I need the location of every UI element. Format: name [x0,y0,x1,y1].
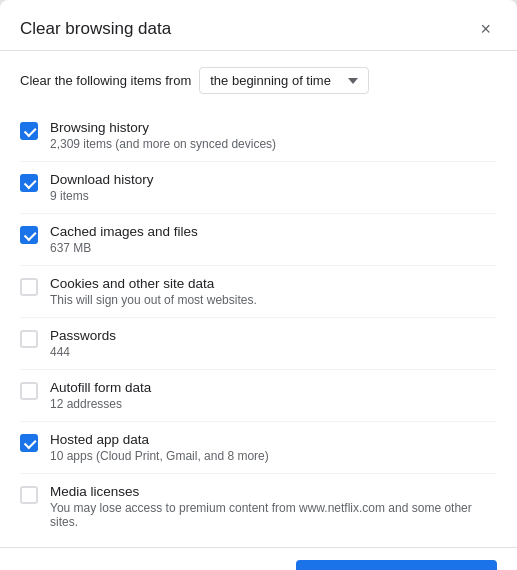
checkbox-visual-autofill[interactable] [20,382,38,400]
item-sub: 10 apps (Cloud Print, Gmail, and 8 more) [50,449,269,463]
checkbox-visual-cookies[interactable] [20,278,38,296]
list-item: Hosted app data10 apps (Cloud Print, Gma… [20,422,497,474]
item-sub: This will sign you out of most websites. [50,293,257,307]
checkbox-media-licenses[interactable] [20,486,38,504]
item-title: Media licenses [50,484,497,499]
list-item: Autofill form data12 addresses [20,370,497,422]
checkbox-visual-browsing-history[interactable] [20,122,38,140]
list-item: Cookies and other site dataThis will sig… [20,266,497,318]
list-item: Media licensesYou may lose access to pre… [20,474,497,539]
item-title: Download history [50,172,154,187]
item-title: Hosted app data [50,432,269,447]
items-list: Browsing history2,309 items (and more on… [20,110,497,539]
checkbox-visual-media-licenses[interactable] [20,486,38,504]
item-title: Cached images and files [50,224,198,239]
dialog-header: Clear browsing data × [0,0,517,51]
list-item: Passwords444 [20,318,497,370]
clear-browsing-data-dialog: Clear browsing data × Clear the followin… [0,0,517,570]
checkbox-browsing-history[interactable] [20,122,38,140]
item-title: Cookies and other site data [50,276,257,291]
checkbox-download-history[interactable] [20,174,38,192]
list-item: Cached images and files637 MB [20,214,497,266]
list-item: Browsing history2,309 items (and more on… [20,110,497,162]
clear-browsing-data-button[interactable]: CLEAR BROWSING DATA [296,560,497,570]
time-range-row: Clear the following items from the begin… [20,67,497,94]
item-sub: 637 MB [50,241,198,255]
dialog-body: Clear the following items from the begin… [0,51,517,547]
checkbox-hosted-app-data[interactable] [20,434,38,452]
time-range-select[interactable]: the beginning of timethe past hourthe pa… [199,67,369,94]
item-title: Passwords [50,328,116,343]
checkbox-visual-hosted-app-data[interactable] [20,434,38,452]
checkbox-cached-images[interactable] [20,226,38,244]
item-sub: 444 [50,345,116,359]
close-button[interactable]: × [474,18,497,40]
checkbox-visual-download-history[interactable] [20,174,38,192]
dialog-footer: CANCEL CLEAR BROWSING DATA [0,547,517,570]
checkbox-cookies[interactable] [20,278,38,296]
item-sub: You may lose access to premium content f… [50,501,497,529]
item-sub: 9 items [50,189,154,203]
checkbox-autofill[interactable] [20,382,38,400]
list-item: Download history9 items [20,162,497,214]
item-title: Browsing history [50,120,276,135]
checkbox-passwords[interactable] [20,330,38,348]
dialog-title: Clear browsing data [20,19,171,39]
checkbox-visual-passwords[interactable] [20,330,38,348]
item-sub: 2,309 items (and more on synced devices) [50,137,276,151]
checkbox-visual-cached-images[interactable] [20,226,38,244]
cancel-button[interactable]: CANCEL [195,560,284,570]
item-sub: 12 addresses [50,397,151,411]
item-title: Autofill form data [50,380,151,395]
time-range-label: Clear the following items from [20,73,191,88]
